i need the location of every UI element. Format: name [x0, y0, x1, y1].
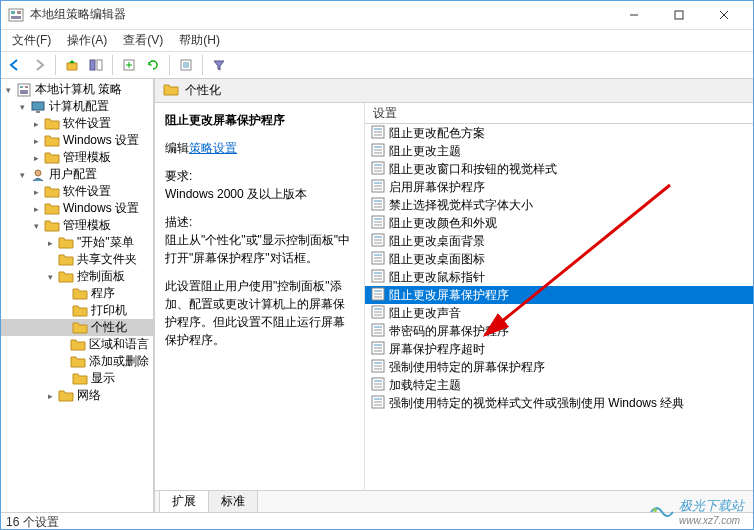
tree-node-label: 管理模板: [63, 217, 111, 234]
tree-node-icon: [44, 134, 60, 148]
list-column-header[interactable]: 设置: [365, 103, 754, 124]
tree-region[interactable]: 区域和语言: [0, 336, 153, 353]
expander-icon[interactable]: ▸: [44, 237, 56, 249]
tree-node-label: 本地计算机 策略: [35, 81, 122, 98]
refresh-button[interactable]: [142, 54, 164, 76]
tree-node-label: 管理模板: [63, 149, 111, 166]
show-hide-tree-button[interactable]: [85, 54, 107, 76]
properties-button[interactable]: [175, 54, 197, 76]
tree-node-label: 用户配置: [49, 166, 97, 183]
expander-icon[interactable]: [58, 288, 70, 300]
watermark-url: www.xz7.com: [679, 515, 744, 526]
tree-user-admin[interactable]: ▾管理模板: [0, 217, 153, 234]
setting-item[interactable]: 阻止更改声音: [365, 304, 754, 322]
tree-user-software[interactable]: ▸软件设置: [0, 183, 153, 200]
expander-icon[interactable]: ▾: [30, 220, 42, 232]
expander-icon[interactable]: ▾: [16, 169, 28, 181]
tree-node-icon: [30, 100, 46, 114]
setting-item[interactable]: 阻止更改鼠标指针: [365, 268, 754, 286]
setting-item[interactable]: 阻止更改颜色和外观: [365, 214, 754, 232]
filter-button[interactable]: [208, 54, 230, 76]
tree-printers[interactable]: 打印机: [0, 302, 153, 319]
setting-item[interactable]: 阻止更改桌面图标: [365, 250, 754, 268]
description-text-2: 此设置阻止用户使用"控制面板"添加、配置或更改计算机上的屏幕保护程序。但此设置不…: [165, 277, 354, 349]
menu-action[interactable]: 操作(A): [59, 30, 115, 51]
tree-node-icon: [72, 321, 88, 335]
setting-icon: [371, 269, 385, 286]
expander-icon[interactable]: ▸: [30, 203, 42, 215]
export-button[interactable]: [118, 54, 140, 76]
expander-icon[interactable]: ▾: [16, 101, 28, 113]
tree-node-label: Windows 设置: [63, 200, 139, 217]
svg-point-87: [653, 508, 657, 512]
tree-programs[interactable]: 程序: [0, 285, 153, 302]
tree-personalization[interactable]: 个性化: [0, 319, 153, 336]
tree-addremove[interactable]: 添加或删除: [0, 353, 153, 370]
menu-file[interactable]: 文件(F): [4, 30, 59, 51]
setting-item[interactable]: 阻止更改窗口和按钮的视觉样式: [365, 160, 754, 178]
expander-icon[interactable]: [58, 339, 68, 351]
setting-item[interactable]: 强制使用特定的屏幕保护程序: [365, 358, 754, 376]
svg-rect-5: [675, 11, 683, 19]
expander-icon[interactable]: [44, 254, 56, 266]
setting-item[interactable]: 阻止更改屏幕保护程序: [365, 286, 754, 304]
svg-rect-18: [20, 90, 28, 94]
expander-icon[interactable]: [58, 356, 68, 368]
svg-point-21: [35, 170, 41, 176]
expander-icon[interactable]: ▾: [2, 84, 14, 96]
setting-label: 阻止更改屏幕保护程序: [389, 287, 509, 304]
setting-item[interactable]: 启用屏幕保护程序: [365, 178, 754, 196]
tree-node-label: 个性化: [91, 319, 127, 336]
tree-user-config[interactable]: ▾用户配置: [0, 166, 153, 183]
tree-comp-child-2[interactable]: ▸管理模板: [0, 149, 153, 166]
tab-extended[interactable]: 扩展: [159, 490, 209, 512]
tree-shared[interactable]: 共享文件夹: [0, 251, 153, 268]
list-pane: 设置 阻止更改配色方案阻止更改主题阻止更改窗口和按钮的视觉样式启用屏幕保护程序禁…: [365, 103, 754, 490]
edit-policy-link[interactable]: 策略设置: [189, 141, 237, 155]
back-button[interactable]: [4, 54, 26, 76]
tree-comp-child-0[interactable]: ▸软件设置: [0, 115, 153, 132]
menu-help[interactable]: 帮助(H): [171, 30, 228, 51]
expander-icon[interactable]: [58, 373, 70, 385]
tab-standard[interactable]: 标准: [208, 490, 258, 512]
main-area: ▾本地计算机 策略▾计算机配置▸软件设置▸Windows 设置▸管理模板▾用户配…: [0, 79, 754, 512]
tree-display[interactable]: 显示: [0, 370, 153, 387]
tree-computer-config[interactable]: ▾计算机配置: [0, 98, 153, 115]
tree-root[interactable]: ▾本地计算机 策略: [0, 81, 153, 98]
setting-icon: [371, 287, 385, 304]
expander-icon[interactable]: ▸: [30, 152, 42, 164]
forward-button[interactable]: [28, 54, 50, 76]
minimize-button[interactable]: [611, 0, 656, 30]
expander-icon[interactable]: ▾: [44, 271, 56, 283]
tree-user-windows[interactable]: ▸Windows 设置: [0, 200, 153, 217]
up-button[interactable]: [61, 54, 83, 76]
maximize-button[interactable]: [656, 0, 701, 30]
tree-start-menu[interactable]: ▸"开始"菜单: [0, 234, 153, 251]
content-title: 个性化: [185, 82, 221, 99]
setting-item[interactable]: 阻止更改桌面背景: [365, 232, 754, 250]
setting-item[interactable]: 屏幕保护程序超时: [365, 340, 754, 358]
tree-node-icon: [44, 185, 60, 199]
setting-item[interactable]: 带密码的屏幕保护程序: [365, 322, 754, 340]
tree-control-panel[interactable]: ▾控制面板: [0, 268, 153, 285]
setting-item[interactable]: 阻止更改配色方案: [365, 124, 754, 142]
tree-comp-child-1[interactable]: ▸Windows 设置: [0, 132, 153, 149]
tree-node-label: 计算机配置: [49, 98, 109, 115]
setting-item[interactable]: 阻止更改主题: [365, 142, 754, 160]
expander-icon[interactable]: [58, 322, 70, 334]
setting-label: 阻止更改颜色和外观: [389, 215, 497, 232]
close-button[interactable]: [701, 0, 746, 30]
expander-icon[interactable]: ▸: [44, 390, 56, 402]
expander-icon[interactable]: [58, 305, 70, 317]
expander-icon[interactable]: ▸: [30, 135, 42, 147]
setting-icon: [371, 395, 385, 412]
tree-node-icon: [72, 372, 88, 386]
tree-network[interactable]: ▸网络: [0, 387, 153, 404]
setting-label: 阻止更改鼠标指针: [389, 269, 485, 286]
setting-item[interactable]: 强制使用特定的视觉样式文件或强制使用 Windows 经典: [365, 394, 754, 412]
setting-item[interactable]: 禁止选择视觉样式字体大小: [365, 196, 754, 214]
expander-icon[interactable]: ▸: [30, 186, 42, 198]
expander-icon[interactable]: ▸: [30, 118, 42, 130]
menu-view[interactable]: 查看(V): [115, 30, 171, 51]
setting-item[interactable]: 加载特定主题: [365, 376, 754, 394]
